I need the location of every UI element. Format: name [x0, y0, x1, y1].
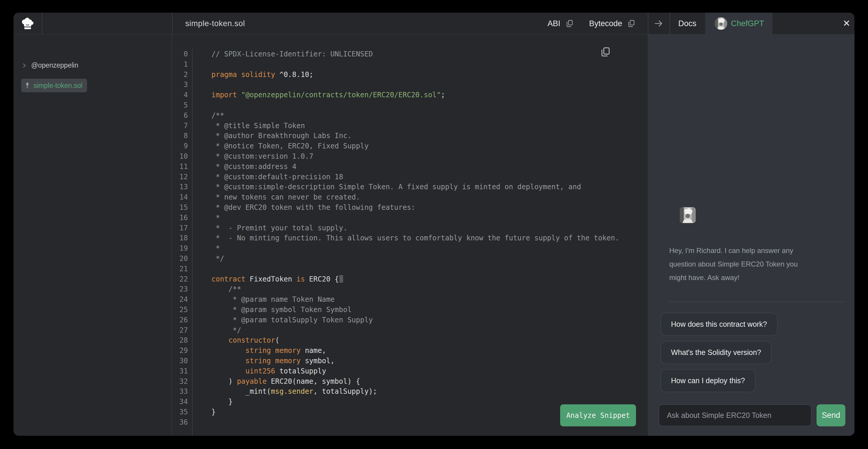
line-number: 34 — [172, 397, 188, 407]
code-line[interactable]: * @custom:simple-description Simple Toke… — [211, 182, 619, 192]
close-button[interactable]: ✕ — [839, 13, 855, 34]
app-logo[interactable] — [13, 13, 42, 34]
code-line[interactable]: /** — [211, 284, 619, 294]
code-line[interactable]: import "@openzeppelin/contracts/token/ER… — [211, 90, 619, 100]
code-line[interactable]: * — [211, 243, 619, 254]
code-line[interactable] — [211, 59, 619, 70]
line-number: 23 — [172, 284, 188, 294]
code-line[interactable]: pragma solidity ^0.8.10; — [211, 70, 619, 80]
chat-input[interactable] — [659, 404, 811, 426]
code-line[interactable]: * @custom:address 4 — [211, 162, 619, 172]
chevron-right-icon — [21, 63, 27, 68]
bytecode-button[interactable]: Bytecode — [589, 19, 622, 28]
chefgpt-panel: Hey, I'm Richard. I can help answer anyq… — [648, 34, 855, 436]
code-line[interactable]: ) payable ERC20(name, symbol) { — [211, 377, 619, 387]
top-bar: simple-token.sol ABI Bytecode — [13, 13, 855, 34]
copy-bytecode-icon[interactable] — [627, 19, 636, 28]
code-line[interactable]: /** — [211, 110, 619, 121]
code-line[interactable]: */ — [211, 254, 619, 264]
solidity-icon — [24, 82, 31, 89]
line-number: 8 — [172, 131, 188, 141]
code-line[interactable]: * - Premint your total supply. — [211, 223, 619, 233]
assistant-avatar — [680, 207, 696, 223]
code-line[interactable]: */ — [211, 325, 619, 335]
divider — [172, 13, 173, 34]
assistant-greeting: Hey, I'm Richard. I can help answer anyq… — [669, 244, 798, 284]
line-number: 3 — [172, 79, 188, 90]
line-number: 11 — [172, 162, 188, 172]
code-line[interactable]: * @author Breakthrough Labs Inc. — [211, 131, 619, 141]
line-number: 30 — [172, 356, 188, 366]
line-number: 26 — [172, 315, 188, 325]
file-title: simple-token.sol — [185, 13, 245, 34]
line-number: 28 — [172, 335, 188, 346]
code-line[interactable] — [211, 79, 619, 90]
suggestion-button[interactable]: How does this contract work? — [660, 313, 778, 336]
app-window: simple-token.sol ABI Bytecode — [13, 13, 855, 436]
sidebar-item-file-selected[interactable]: simple-token.sol — [21, 79, 87, 92]
line-number: 25 — [172, 305, 188, 315]
code-line[interactable]: _mint(msg.sender, totalSupply); — [211, 386, 619, 397]
text-cursor — [339, 275, 343, 283]
tab-chefgpt[interactable]: ChefGPT — [705, 13, 772, 34]
copy-code-icon[interactable] — [600, 46, 611, 58]
code-editor: 0123456789101112131415161718192021222324… — [172, 34, 648, 436]
tab-docs[interactable]: Docs — [670, 13, 705, 34]
line-number: 13 — [172, 182, 188, 192]
send-button[interactable]: Send — [816, 404, 845, 426]
analyze-snippet-button[interactable]: Analyze Snippet — [560, 404, 636, 426]
code-line[interactable]: * @dev ERC20 token with the following fe… — [211, 202, 619, 213]
line-number: 7 — [172, 121, 188, 131]
collapse-panel-button[interactable] — [648, 13, 670, 34]
chat-divider — [669, 301, 846, 302]
code-line[interactable]: string memory name, — [211, 346, 619, 356]
line-number: 18 — [172, 233, 188, 243]
code-line[interactable]: * @notice Token, ERC20, Fixed Supply — [211, 141, 619, 151]
line-number: 24 — [172, 294, 188, 305]
line-number: 31 — [172, 366, 188, 377]
code-line[interactable]: * @title Simple Token — [211, 121, 619, 131]
suggestion-button[interactable]: How can I deploy this? — [660, 369, 756, 392]
code-line[interactable]: * @custom:default-precision 18 — [211, 172, 619, 182]
file-explorer: @openzeppelin simple-token.sol — [13, 34, 172, 436]
line-number: 17 — [172, 223, 188, 233]
code-line[interactable]: * @param name Token Name — [211, 294, 619, 305]
code-lines[interactable]: // SPDX-License-Identifier: UNLICENSEDpr… — [211, 49, 619, 427]
code-line[interactable]: * — [211, 213, 619, 223]
line-number: 33 — [172, 386, 188, 397]
code-line[interactable]: * @custom:version 1.0.7 — [211, 151, 619, 162]
code-line[interactable] — [211, 417, 619, 427]
sidebar-item-openzeppelin[interactable]: @openzeppelin — [21, 61, 78, 69]
suggestion-button[interactable]: What's the Solidity version? — [660, 341, 772, 364]
chat-input-row: Send — [648, 404, 855, 426]
code-line[interactable] — [211, 264, 619, 274]
line-number: 14 — [172, 192, 188, 202]
chefgpt-tab-label: ChefGPT — [731, 19, 764, 28]
code-line[interactable]: * - No minting function. This allows use… — [211, 233, 619, 243]
code-line[interactable]: * @param symbol Token Symbol — [211, 305, 619, 315]
code-line[interactable]: } — [211, 407, 619, 417]
line-number: 5 — [172, 100, 188, 110]
line-number: 19 — [172, 243, 188, 254]
code-line[interactable]: } — [211, 397, 619, 407]
abi-button[interactable]: ABI — [548, 19, 560, 28]
line-number: 32 — [172, 377, 188, 387]
code-line[interactable]: * new tokens can never be created. — [211, 192, 619, 202]
chefgpt-avatar — [715, 17, 727, 30]
code-line[interactable]: contract FixedToken is ERC20 { — [211, 274, 619, 284]
code-line[interactable]: string memory symbol, — [211, 356, 619, 366]
code-line[interactable] — [211, 100, 619, 110]
line-number: 22 — [172, 274, 188, 284]
line-number: 35 — [172, 407, 188, 417]
code-line[interactable]: // SPDX-License-Identifier: UNLICENSED — [211, 49, 619, 59]
line-number: 12 — [172, 172, 188, 182]
copy-abi-icon[interactable] — [565, 19, 574, 28]
code-line[interactable]: uint256 totalSupply — [211, 366, 619, 377]
line-number: 20 — [172, 254, 188, 264]
code-line[interactable]: constructor( — [211, 335, 619, 346]
line-number: 0 — [172, 49, 188, 59]
line-number: 4 — [172, 90, 188, 100]
code-line[interactable]: * @param totalSupply Token Supply — [211, 315, 619, 325]
chef-hat-icon — [20, 16, 35, 31]
line-number: 2 — [172, 70, 188, 80]
